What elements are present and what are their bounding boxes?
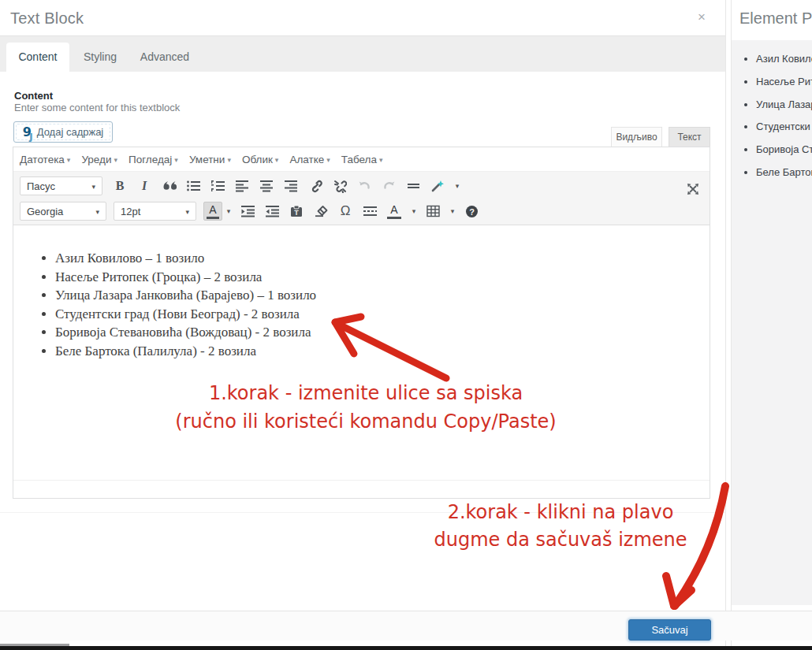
editor-statusbar — [13, 480, 710, 498]
editor-menubar: Датотека ▾ Уреди ▾ Погледај ▾ Уметн — [13, 147, 710, 172]
font-size-select[interactable]: 12pt ▾ — [114, 202, 196, 221]
tab-bar: Content Styling Advanced — [0, 35, 725, 72]
content-field-description: Enter some content for this textblock — [14, 102, 180, 113]
bullet-list-button[interactable] — [184, 176, 203, 195]
editor-menu-item[interactable]: Уреди ▾ — [78, 154, 121, 165]
editor-menu-item[interactable]: Погледај ▾ — [125, 154, 181, 165]
paragraph-format-select[interactable]: Пасус ▾ — [20, 176, 102, 195]
undo-button[interactable] — [355, 176, 374, 195]
chevron-down-icon[interactable]: ▾ — [448, 202, 457, 221]
paste-as-text-button[interactable]: T — [287, 202, 306, 221]
help-button[interactable]: ? — [462, 202, 481, 221]
preview-list-item: Улица Лазара Јанковића (Барајево) – 1 во… — [756, 94, 812, 117]
list-item[interactable]: Азил Ковилово – 1 возило — [55, 249, 710, 268]
tab-styling[interactable]: Styling — [69, 43, 131, 72]
fullscreen-button[interactable] — [683, 180, 702, 199]
align-right-button[interactable] — [281, 176, 300, 195]
annotation-step1-line1: 1.korak - izmenite ulice sa spiska — [173, 379, 559, 407]
table-button[interactable] — [423, 202, 442, 221]
panel-title: Element Preview — [739, 9, 812, 28]
editor-text-tab[interactable]: Текст — [669, 127, 710, 147]
bottom-black-strip — [0, 646, 812, 650]
page-break-button[interactable] — [360, 202, 379, 221]
editor-menu-item[interactable]: Алатке ▾ — [286, 154, 333, 165]
chevron-down-icon: ▾ — [91, 183, 95, 191]
content-field-label: Content — [14, 90, 53, 102]
align-center-button[interactable] — [257, 176, 276, 195]
numbered-list-button[interactable] — [208, 176, 227, 195]
editor-toolbar: Пасус ▾ B I — [13, 172, 710, 225]
element-preview-panel: Element Preview Азил Ковилово – 1 возило… — [732, 0, 812, 646]
chevron-down-icon: ▾ — [114, 154, 118, 164]
svg-text:T: T — [294, 209, 299, 217]
list-item[interactable]: Студентски град (Нови Београд) - 2 возил… — [55, 305, 710, 324]
panel-preview-body: Азил Ковилово – 1 возилоНасеље Ритопек (… — [732, 40, 812, 605]
annotation-step1: 1.korak - izmenite ulice sa spiska (ručn… — [173, 379, 559, 436]
chevron-down-icon[interactable]: ▾ — [224, 202, 233, 221]
editor-visual-tab[interactable]: Видљиво — [611, 127, 662, 147]
chevron-down-icon[interactable]: ▾ — [409, 202, 419, 221]
align-left-button[interactable] — [233, 176, 251, 195]
chevron-down-icon: ▾ — [185, 208, 189, 216]
chevron-down-icon: ▾ — [326, 154, 330, 164]
annotation-step2-line2: dugme da sačuvaš izmene — [426, 526, 695, 554]
preview-list-item: Беле Бартока (Палилула) - 2 возила — [756, 162, 812, 184]
outdent-button[interactable] — [263, 202, 281, 221]
special-character-button[interactable]: Ω — [336, 202, 355, 221]
editor-menu-item[interactable]: Уметни ▾ — [186, 154, 234, 165]
editor-menu-item[interactable]: Табела ▾ — [338, 154, 386, 165]
vehicle-street-list: Азил Ковилово – 1 возилоНасеље Ритопек (… — [13, 225, 710, 360]
indent-button[interactable] — [238, 202, 257, 221]
svg-text:?: ? — [469, 206, 475, 216]
horizontal-rule-button[interactable] — [404, 176, 423, 195]
preview-list-item: Насеље Ритопек (Гроцка) – 2 возила — [756, 71, 812, 94]
blockquote-button[interactable] — [159, 176, 178, 195]
page: Text Block × Content Styling Advanced Co… — [0, 0, 812, 650]
preview-list-item: Студентски град (Нови Београд) - 2 возил… — [756, 116, 812, 139]
chevron-down-icon: ▾ — [67, 154, 71, 164]
editor-content-area[interactable]: Азил Ковилово – 1 возилоНасеље Ритопек (… — [13, 225, 710, 480]
text-color-button[interactable]: A — [203, 202, 222, 221]
preview-list-item: Боривоја Стевановића (Вождовац) - 2 вози… — [756, 139, 812, 162]
chevron-down-icon: ▾ — [379, 154, 383, 164]
chevron-down-icon: ▾ — [275, 154, 279, 164]
italic-button[interactable]: I — [135, 176, 154, 195]
remove-link-button[interactable] — [330, 176, 349, 195]
clear-formatting-button[interactable] — [311, 202, 330, 221]
close-icon[interactable]: × — [698, 9, 706, 25]
bold-button[interactable]: B — [110, 176, 129, 195]
save-button[interactable]: Sačuvaj — [628, 619, 711, 641]
annotation-step2-line1: 2.korak - klikni na plavo — [426, 499, 695, 526]
list-item[interactable]: Беле Бартока (Палилула) - 2 возила — [55, 342, 710, 361]
redo-button[interactable] — [379, 176, 398, 195]
annotation-step2: 2.korak - klikni na plavo dugme da sačuv… — [426, 499, 695, 554]
insert-link-button[interactable] — [306, 176, 325, 195]
chevron-down-icon: ▾ — [95, 208, 99, 216]
list-item[interactable]: Боривоја Стевановића (Вождовац) - 2 вози… — [55, 323, 710, 342]
font-color-button[interactable]: A — [385, 202, 404, 221]
list-item[interactable]: Улица Лазара Јанковића (Барајево) – 1 во… — [55, 286, 710, 305]
preview-street-list: Азил Ковилово – 1 возилоНасеље Ритопек (… — [732, 40, 812, 184]
preview-list-item: Азил Ковилово – 1 возило — [756, 48, 812, 71]
list-item[interactable]: Насеље Ритопек (Гроцка) – 2 возила — [55, 268, 710, 287]
add-content-button[interactable]: 9ȷ Додај садржај — [13, 121, 113, 143]
magic-wand-button[interactable] — [428, 176, 447, 195]
tinymce-editor: Датотека ▾ Уреди ▾ Погледај ▾ Уметн — [13, 147, 710, 499]
modal-title: Text Block — [10, 9, 84, 28]
tab-advanced[interactable]: Advanced — [131, 43, 199, 72]
annotation-step1-line2: (ručno ili koristeći komandu Copy/Paste) — [173, 407, 559, 436]
chevron-down-icon: ▾ — [227, 154, 231, 164]
font-family-select[interactable]: Georgia ▾ — [20, 202, 106, 221]
editor-menu-item[interactable]: Датотека ▾ — [17, 154, 73, 165]
tab-content[interactable]: Content — [6, 43, 69, 72]
chevron-down-icon[interactable]: ▾ — [453, 176, 462, 195]
chevron-down-icon: ▾ — [174, 154, 178, 164]
modal-right-border — [725, 0, 726, 646]
editor-menu-item[interactable]: Облик ▾ — [239, 154, 281, 165]
